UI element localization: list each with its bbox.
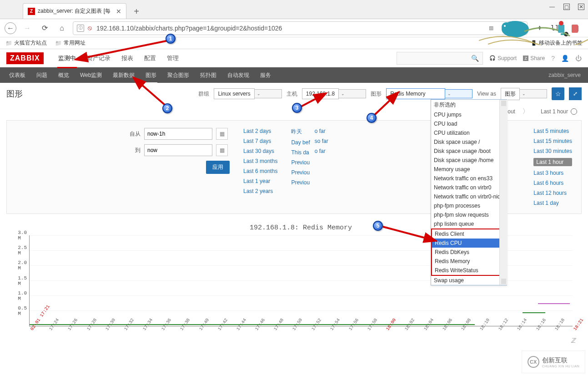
quick-range-link[interactable]: Previou	[291, 169, 310, 176]
apply-button[interactable]: 应用	[206, 161, 230, 174]
quick-range-link[interactable]: Day bef	[291, 139, 310, 146]
dropdown-option[interactable]: php-fpm slow requests	[431, 210, 507, 219]
subnav-maps[interactable]: 拓扑图	[195, 67, 222, 84]
info-icon[interactable]: ⓘ	[77, 25, 84, 32]
subnav-latest[interactable]: 最新数据	[107, 67, 140, 84]
tab-close-icon[interactable]: ✕	[116, 8, 121, 15]
quick-range-link[interactable]: Last 1 hour	[533, 158, 572, 166]
support-link[interactable]: Support	[489, 55, 517, 61]
nav-home-icon[interactable]: ⌂	[55, 22, 68, 35]
quick-range-link[interactable]: Last 1 day	[533, 200, 572, 206]
header-search[interactable]: 🔍	[397, 52, 483, 65]
subnav-discovery[interactable]: 自动发现	[222, 67, 255, 84]
window-close-icon[interactable]: ✕	[578, 4, 584, 10]
dropdown-option[interactable]: Network traffic on ens33	[431, 174, 507, 183]
to-calendar-icon[interactable]: ▦	[216, 144, 228, 156]
quick-range-link[interactable]: Last 30 minutes	[533, 148, 572, 154]
quick-range-link[interactable]: 昨天	[291, 128, 310, 136]
dropdown-option[interactable]: Redis CPU	[431, 239, 507, 248]
quick-range-link[interactable]: Last 7 days	[243, 138, 277, 144]
quick-range-link[interactable]: o far	[315, 128, 328, 134]
quick-range-link[interactable]: Last 12 hours	[533, 190, 572, 196]
subnav-overview[interactable]: 概览	[53, 67, 75, 84]
dropdown-option[interactable]: Redis Memory	[431, 257, 507, 266]
reader-icon[interactable]: ▥	[486, 25, 496, 31]
quick-range-link[interactable]: Last 3 months	[243, 158, 277, 164]
dropdown-option[interactable]: php-fpm processes	[431, 201, 507, 210]
quick-range-link[interactable]: Previou	[291, 159, 310, 166]
quick-range-link[interactable]: so far	[315, 138, 328, 144]
tracking-block-icon[interactable]: ⦸	[88, 24, 92, 32]
dropdown-option[interactable]: Disk space usage /	[431, 137, 507, 147]
chart-y-tick: 0.5 M	[18, 305, 27, 316]
quick-range-link[interactable]: Previou	[291, 179, 310, 186]
graph-dropdown-list[interactable]: 非所选的CPU jumpsCPU loadCPU utilizationDisk…	[431, 99, 507, 285]
browser-tab[interactable]: Z zabbix_server: 自定义图表 [每 ✕	[23, 3, 126, 19]
quick-range-link[interactable]: This da	[291, 149, 310, 156]
time-next-icon[interactable]: 〉	[519, 106, 533, 117]
nav-reload-icon[interactable]: ⟳	[38, 22, 51, 35]
favorite-button[interactable]: ☆	[552, 87, 564, 100]
subnav-web[interactable]: Web监测	[75, 67, 107, 84]
extensions-icon[interactable]: ✦	[537, 24, 543, 32]
annotation-arrow-4	[374, 97, 397, 117]
fullscreen-button[interactable]: ⤢	[569, 87, 582, 100]
quick-range-link[interactable]: Last 30 days	[243, 148, 277, 154]
subnav-services[interactable]: 服务	[255, 67, 276, 84]
url-input[interactable]	[95, 24, 482, 32]
window-maximize-icon[interactable]: ◻	[563, 4, 570, 10]
viewas-select[interactable]: 图形⌄	[501, 88, 547, 100]
url-field-container: ⓘ ⦸ ▥ ⋯ ☆	[73, 21, 528, 35]
quick-range-link[interactable]: Last 6 months	[243, 168, 277, 174]
bookmark-folder-firefox[interactable]: 火狐官方站点	[5, 39, 47, 47]
share-link[interactable]: Share	[523, 55, 545, 61]
dropdown-option[interactable]: 非所选的	[431, 100, 507, 110]
quick-range-link[interactable]: Last 2 days	[243, 128, 277, 134]
library-icon[interactable]: ll\	[551, 24, 564, 32]
quick-range-link[interactable]: Last 6 hours	[533, 180, 572, 186]
time-form: 自从 ▦ 到 ▦ 应用	[130, 128, 230, 174]
dropdown-option[interactable]: Redis WriteStatus	[431, 266, 507, 276]
subnav-dashboard[interactable]: 仪表板	[4, 67, 31, 84]
graph-select[interactable]: Redis Memory⌄	[386, 88, 472, 99]
bookmark-mobile-sync[interactable]: 移动设备上的书签	[531, 39, 583, 47]
dropdown-option[interactable]: php listen queue	[431, 219, 507, 229]
sidebar-icon[interactable]: ▥	[572, 24, 579, 32]
dropdown-option[interactable]: Redis Client	[431, 229, 507, 239]
annotation-marker-5: 5	[373, 221, 383, 231]
subnav-problems[interactable]: 问题	[31, 67, 53, 84]
time-range-display[interactable]: Last 1 hour	[536, 105, 582, 118]
logout-icon[interactable]: ⏻	[575, 55, 582, 62]
window-minimize-icon[interactable]: —	[549, 4, 555, 10]
dropdown-option[interactable]: Network traffic on virbr0	[431, 183, 507, 192]
more-icon[interactable]: ⋯	[500, 24, 510, 32]
dropdown-option[interactable]: CPU load	[431, 119, 507, 128]
dropdown-option[interactable]: Memory usage	[431, 165, 507, 174]
zabbix-logo[interactable]: ZABBIX	[6, 52, 44, 64]
dropdown-option[interactable]: CPU utilization	[431, 128, 507, 137]
bookmark-star-icon[interactable]: ☆	[513, 24, 523, 32]
quick-range-link[interactable]: Last 5 minutes	[533, 128, 572, 134]
dropdown-option[interactable]: Disk space usage /home	[431, 156, 507, 165]
quick-range-link[interactable]: Last 2 years	[243, 188, 277, 194]
dropdown-option[interactable]: Network traffic on virbr0-nic	[431, 192, 507, 201]
quick-range-link[interactable]: Last 3 hours	[533, 170, 572, 176]
dropdown-option[interactable]: CPU jumps	[431, 110, 507, 119]
to-input[interactable]	[144, 144, 212, 156]
new-tab-button[interactable]: +	[129, 4, 144, 19]
dropdown-option[interactable]: Redis DbKeys	[431, 248, 507, 257]
dropdown-scrollbar[interactable]	[499, 100, 508, 285]
from-input[interactable]	[144, 128, 212, 140]
group-select[interactable]: Linux servers⌄	[214, 88, 281, 99]
dropdown-option[interactable]: Disk space usage /boot	[431, 147, 507, 156]
help-icon[interactable]: ?	[551, 55, 555, 62]
nav-back-icon[interactable]: ←	[5, 22, 16, 34]
quick-range-link[interactable]: Last 1 year	[243, 178, 277, 184]
from-label: 自从	[130, 130, 141, 138]
nav-forward-icon[interactable]: →	[21, 22, 34, 35]
user-icon[interactable]: 👤	[561, 55, 569, 62]
quick-range-link[interactable]: o far	[315, 148, 328, 154]
from-calendar-icon[interactable]: ▦	[216, 128, 228, 140]
dropdown-option[interactable]: Swap usage	[431, 276, 507, 285]
quick-range-link[interactable]: Last 15 minutes	[533, 138, 572, 144]
